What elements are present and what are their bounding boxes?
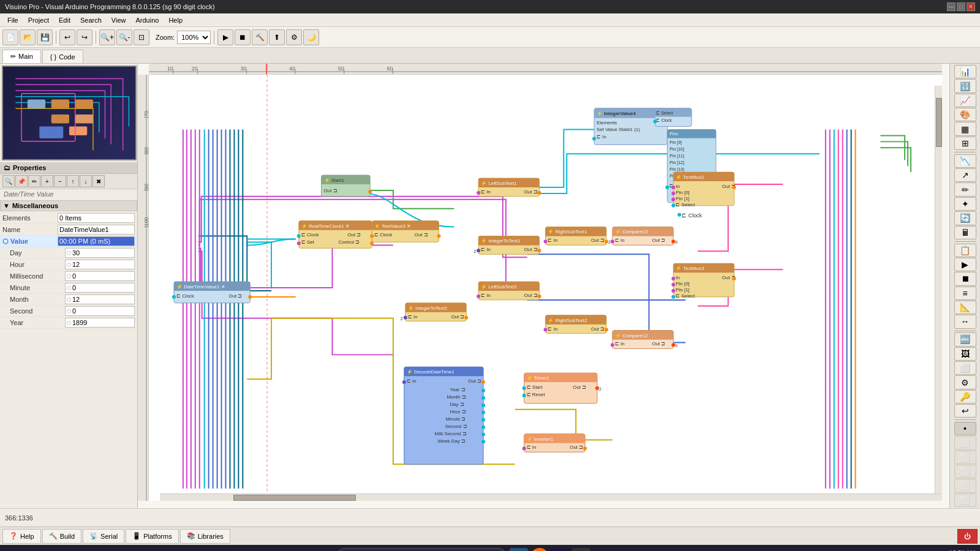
prop-minute-value[interactable]: ⬡ 0 [65, 283, 135, 293]
search-bar[interactable]: 🔍 Search [336, 548, 507, 551]
rp-icon-23[interactable]: 🔑 [954, 390, 976, 403]
prop-name-value[interactable]: DateTimeValue1 [58, 225, 135, 234]
rp-icon-25[interactable]: • [954, 422, 976, 435]
canvas-area[interactable]: 10 20 30 40 50 60 70 80 [138, 64, 949, 508]
bottom-tab-platforms[interactable]: 📱 Platforms [126, 529, 178, 544]
prop-btn-5[interactable]: − [54, 175, 66, 187]
undo-button[interactable]: ↩ [59, 29, 75, 45]
rp-icon-30[interactable]: ⬜ [954, 493, 976, 507]
rp-icon-18[interactable]: ↔ [954, 315, 976, 328]
taskbar-app-firefox[interactable]: 🦊 [530, 548, 549, 551]
rp-icon-13[interactable]: 📋 [954, 244, 976, 257]
rp-icon-3[interactable]: 📈 [954, 94, 976, 107]
svg-text:Out ⊐: Out ⊐ [591, 238, 605, 243]
rp-icon-26[interactable]: ⬜ [954, 436, 976, 449]
redo-button[interactable]: ↪ [77, 29, 92, 45]
moon-button[interactable]: 🌙 [303, 29, 319, 45]
taskbar-app-visuino[interactable]: V [510, 548, 528, 551]
rp-icon-9[interactable]: ✏ [954, 182, 976, 196]
rp-icon-8[interactable]: ↗ [954, 168, 976, 182]
prop-day-value[interactable]: ⬡ 30 [65, 248, 135, 258]
zoom-in-button[interactable]: 🔍+ [99, 29, 115, 45]
bottom-tab-help[interactable]: ❓ Help [2, 529, 41, 544]
minimap[interactable] [2, 66, 137, 160]
bottom-tab-libraries[interactable]: 📚 Libraries [180, 529, 230, 544]
rp-icon-1[interactable]: 📊 [954, 65, 976, 78]
rp-icon-11[interactable]: 🔄 [954, 211, 976, 225]
prop-year-value[interactable]: ⬡ 1899 [65, 318, 135, 328]
prop-hour-value[interactable]: ⬡ 12 [65, 260, 135, 269]
prop-millisecond-value[interactable]: ⬡ 0 [65, 271, 135, 281]
minimize-button[interactable]: — [947, 2, 956, 11]
run-button[interactable]: ▶ [217, 29, 233, 45]
svg-text:⊏ Select: ⊏ Select [676, 202, 695, 208]
stop-button[interactable]: ⏹ [235, 29, 251, 45]
bottom-tab-serial[interactable]: 📡 Serial [83, 529, 124, 544]
menu-view[interactable]: View [107, 15, 131, 25]
maximize-button[interactable]: □ [957, 2, 965, 11]
rp-icon-29[interactable]: ⬜ [954, 479, 976, 492]
menu-search[interactable]: Search [75, 15, 107, 25]
prop-second-value[interactable]: ⬡ 0 [65, 306, 135, 316]
prop-btn-1[interactable]: 🔍 [2, 175, 15, 187]
rp-icon-16[interactable]: ≡ [954, 287, 976, 300]
prop-btn-7[interactable]: ↓ [80, 175, 92, 187]
tab-code[interactable]: { } Code [42, 50, 83, 63]
zoom-out-button[interactable]: 🔍- [116, 29, 132, 45]
zoom-fit-button[interactable]: ⊡ [134, 29, 149, 45]
scrollbar-thumb-h[interactable] [233, 495, 356, 501]
rp-icon-19[interactable]: 🔤 [954, 332, 976, 346]
prop-btn-8[interactable]: ✖ [92, 175, 105, 187]
scrollbar-vertical[interactable] [935, 86, 942, 493]
rp-icon-15[interactable]: ⏹ [954, 272, 976, 285]
rp-icon-12[interactable]: 🖩 [954, 226, 976, 239]
scrollbar-horizontal[interactable] [160, 493, 942, 501]
prop-value-value[interactable]: 00:00 PM (0 mS) [58, 236, 135, 246]
zoom-select[interactable]: 100% 75% 125% 150% [177, 31, 211, 44]
menu-project[interactable]: Project [23, 15, 54, 25]
rp-icon-6[interactable]: ⊞ [954, 137, 976, 150]
rp-icon-7[interactable]: 📉 [954, 154, 976, 168]
upload-button[interactable]: ⬆ [269, 29, 285, 45]
scrollbar-thumb-v[interactable] [936, 98, 942, 147]
taskbar-app-4[interactable]: 🐸 [572, 548, 590, 551]
prop-btn-6[interactable]: ↑ [67, 175, 79, 187]
close-button[interactable]: ✕ [967, 2, 975, 11]
svg-text:10: 10 [167, 66, 173, 72]
prop-btn-2[interactable]: 📌 [15, 175, 28, 187]
rp-icon-17[interactable]: 📐 [954, 301, 976, 314]
window-controls[interactable]: — □ ✕ [947, 2, 975, 11]
rp-icon-20[interactable]: 🖼 [954, 347, 976, 361]
prop-btn-4[interactable]: + [41, 175, 53, 187]
rp-icon-4[interactable]: 🎨 [954, 108, 976, 121]
menu-help[interactable]: Help [164, 15, 187, 25]
menu-arduino[interactable]: Arduino [130, 15, 164, 25]
rp-icon-21[interactable]: ⬜ [954, 361, 976, 375]
rp-icon-27[interactable]: ⬜ [954, 451, 976, 464]
prop-section-misc[interactable]: ▼ Miscellaneous [0, 200, 137, 211]
rp-icon-14[interactable]: ▶ [954, 258, 976, 271]
start-button[interactable] [5, 546, 27, 551]
build-button[interactable]: 🔨 [252, 29, 268, 45]
rp-icon-2[interactable]: 🔢 [954, 79, 976, 92]
settings-button[interactable]: ⚙ [286, 29, 302, 45]
menu-file[interactable]: File [2, 15, 23, 25]
prop-btn-3[interactable]: ✏ [28, 175, 40, 187]
canvas-content[interactable]: ⚡ IntegerValue4 Elements Set Value State… [149, 75, 942, 501]
save-button[interactable]: 💾 [37, 29, 53, 45]
bottom-tab-build[interactable]: 🔨 Build [42, 529, 81, 544]
open-button[interactable]: 📂 [20, 29, 36, 45]
power-button[interactable]: ⏻ [957, 529, 978, 544]
new-button[interactable]: 📄 [2, 29, 18, 45]
rp-icon-10[interactable]: ✦ [954, 197, 976, 211]
rp-icon-5[interactable]: ▦ [954, 122, 976, 135]
menu-edit[interactable]: Edit [54, 15, 75, 25]
rp-icon-24[interactable]: ↩ [954, 404, 976, 418]
platforms-label: Platforms [143, 533, 172, 540]
prop-month-value[interactable]: ⬡ 12 [65, 294, 135, 304]
prop-elements-value[interactable]: 0 Items [58, 213, 135, 223]
rp-icon-22[interactable]: ⚙ [954, 375, 976, 389]
tab-main[interactable]: ✏ Main [2, 50, 41, 63]
rp-icon-28[interactable]: ⬜ [954, 465, 976, 478]
taskbar-app-store[interactable]: 🛍 [551, 548, 570, 551]
